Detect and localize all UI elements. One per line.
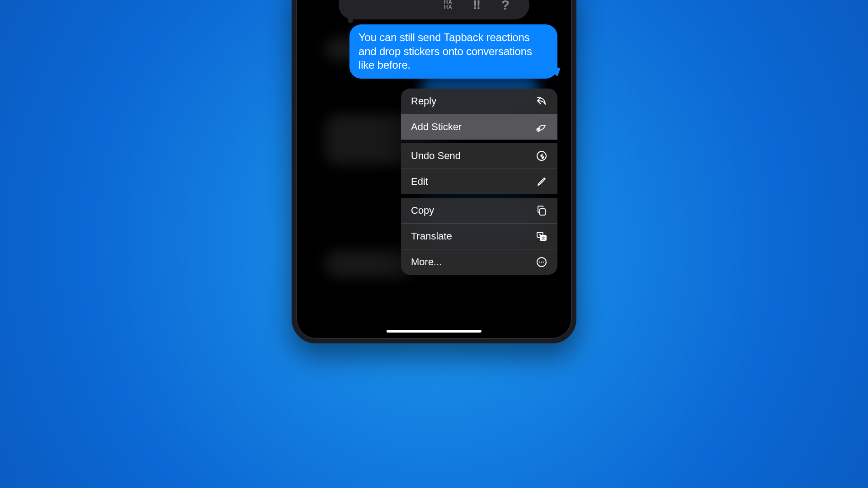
pencil-icon <box>536 176 547 188</box>
menu-separator <box>401 140 557 143</box>
sent-message-bubble[interactable]: You can still send Tapback reactions and… <box>349 24 557 79</box>
tapback-thumbs-down[interactable] <box>410 0 429 15</box>
menu-more-label: More... <box>411 256 442 268</box>
svg-point-12 <box>543 262 544 263</box>
menu-translate[interactable]: Translate A文 <box>401 223 557 249</box>
undo-icon <box>536 150 547 162</box>
menu-edit-label: Edit <box>411 176 428 188</box>
reply-arrow-icon <box>536 95 547 107</box>
svg-point-10 <box>539 262 540 263</box>
tapback-heart[interactable] <box>353 0 373 15</box>
tapback-haha[interactable]: HA HA <box>439 0 458 15</box>
sticker-icon <box>536 121 547 133</box>
menu-add-sticker[interactable]: Add Sticker <box>401 114 557 140</box>
message-text: You can still send Tapback reactions and… <box>359 31 532 71</box>
menu-undo-send[interactable]: Undo Send <box>401 143 557 169</box>
tapback-question[interactable]: ? <box>495 0 515 15</box>
tapback-thumbs-up[interactable] <box>381 0 401 15</box>
message-context-menu: Reply Add Sticker Undo Send <box>401 89 557 275</box>
svg-text:文: 文 <box>542 236 545 240</box>
svg-rect-4 <box>540 209 545 215</box>
translate-icon: A文 <box>536 230 547 242</box>
tapback-reaction-bar: HA HA ‼ ? <box>339 0 529 19</box>
menu-reply-label: Reply <box>411 95 436 107</box>
menu-reply[interactable]: Reply <box>401 89 557 114</box>
menu-edit[interactable]: Edit <box>401 169 557 194</box>
menu-copy-label: Copy <box>411 205 434 216</box>
svg-point-11 <box>541 262 542 263</box>
menu-translate-label: Translate <box>411 230 452 242</box>
home-indicator[interactable] <box>387 330 481 333</box>
copy-icon <box>536 205 547 216</box>
haha-icon: HA HA <box>444 0 453 10</box>
tapback-exclaim[interactable]: ‼ <box>467 0 487 15</box>
menu-separator <box>401 194 557 198</box>
menu-copy[interactable]: Copy <box>401 198 557 223</box>
question-icon: ? <box>501 0 509 13</box>
menu-add-sticker-label: Add Sticker <box>411 121 462 133</box>
phone-screen: HA HA ‼ ? You can still send Tapback rea… <box>298 0 570 337</box>
phone-frame: HA HA ‼ ? You can still send Tapback rea… <box>292 0 576 343</box>
menu-undo-send-label: Undo Send <box>411 150 461 162</box>
ellipsis-circle-icon <box>536 256 547 268</box>
exclaim-icon: ‼ <box>473 0 481 12</box>
menu-more[interactable]: More... <box>401 249 557 275</box>
